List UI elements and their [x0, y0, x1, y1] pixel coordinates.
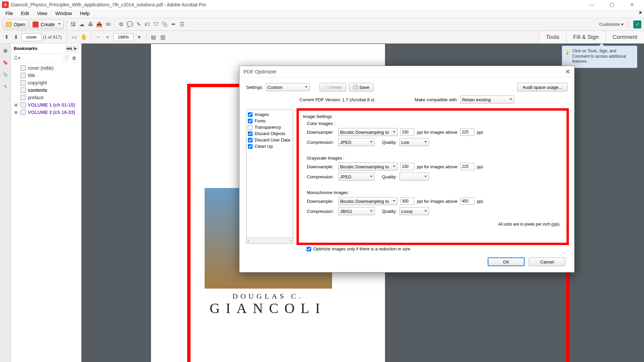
tab-tools[interactable]: Tools	[539, 31, 566, 43]
create-button[interactable]: Create	[30, 20, 64, 29]
settings-select[interactable]: Custom	[266, 83, 310, 91]
cancel-button[interactable]: Cancel	[529, 257, 566, 266]
gray-compression-select[interactable]: JPEG	[338, 173, 375, 181]
hand-tool-icon[interactable]: ✋	[80, 34, 88, 41]
page-up-icon[interactable]: ⬆	[3, 34, 10, 41]
bookmark-item[interactable]: contents	[12, 86, 80, 94]
collapse-icon[interactable]: ◀◀	[66, 46, 72, 52]
category-checkbox[interactable]	[248, 138, 253, 142]
category-checkbox[interactable]	[248, 131, 253, 136]
select-tool-icon[interactable]: ▭	[71, 34, 78, 41]
export-icon[interactable]: 📤	[96, 21, 103, 28]
close-doc-icon[interactable]: ×	[639, 10, 642, 16]
close-window-button[interactable]: ✕	[622, 0, 642, 9]
bookmark-item[interactable]: preface	[12, 94, 80, 101]
mono-compression-select[interactable]: JBIG2	[338, 207, 375, 215]
gray-ppi-input[interactable]	[400, 163, 414, 170]
sign-icon[interactable]: ✒	[170, 21, 177, 28]
bookmark-item[interactable]: copyright	[12, 79, 80, 86]
cloud-icon[interactable]: ☁	[78, 21, 86, 28]
audit-button[interactable]: Audit space usage...	[517, 83, 568, 92]
expand-icon[interactable]: ▶	[72, 46, 78, 52]
category-checkbox[interactable]	[248, 112, 253, 117]
bookmark-item[interactable]: ⊞VOLUME 2 (ch 16-33)	[12, 109, 80, 116]
ok-button[interactable]: OK	[488, 257, 525, 266]
tab-comment[interactable]: Comment	[605, 31, 644, 43]
bookmark-item[interactable]: cover (txtbk)	[12, 64, 80, 72]
delete-bookmark-icon[interactable]: 🗑	[72, 55, 78, 61]
ppi-label: ppi.	[477, 130, 484, 135]
cover-name: GIANCOLI	[151, 300, 385, 316]
menu-view[interactable]: View	[33, 9, 51, 18]
mono-above-input[interactable]	[460, 197, 474, 205]
page-down-icon[interactable]: ⬇	[12, 34, 19, 41]
expand-icon[interactable]: ⊞	[14, 110, 18, 115]
stamp-icon[interactable]: 🏷	[144, 21, 151, 28]
bookmarks-icon[interactable]: 🔖	[2, 59, 9, 66]
mail-icon[interactable]: ✉	[104, 21, 112, 28]
color-downsample-select[interactable]: Bicubic Downsampling to	[338, 128, 397, 136]
optimize-only-checkbox[interactable]	[307, 247, 311, 251]
category-item[interactable]: Discard User Data	[248, 137, 291, 143]
fit-page-icon[interactable]: ▤	[150, 34, 157, 41]
compat-select[interactable]: Retain existing	[461, 96, 514, 104]
gray-above-input[interactable]	[460, 163, 474, 170]
color-ppi-input[interactable]	[400, 128, 414, 136]
maximize-button[interactable]: ▢	[602, 0, 622, 9]
page-input[interactable]	[21, 33, 42, 41]
category-checkbox[interactable]	[248, 144, 253, 149]
shield-icon[interactable]: 🛡	[152, 21, 160, 28]
gray-quality-select[interactable]: Low	[399, 173, 429, 181]
attachments-icon[interactable]: 📎	[2, 71, 9, 78]
mono-quality-select[interactable]: Lossy	[399, 207, 429, 215]
menu-window[interactable]: Window	[51, 9, 76, 18]
bookmark-item[interactable]: ⊞VOLUME 1 (ch 01-15)	[12, 101, 80, 109]
new-bookmark-icon[interactable]: 📄	[63, 55, 70, 61]
save-button[interactable]: Save	[349, 83, 374, 92]
category-item[interactable]: Transparency	[248, 124, 291, 130]
open-button[interactable]: Open	[3, 20, 28, 29]
category-checkbox[interactable]	[248, 119, 253, 123]
options-icon[interactable]: ☰▾	[14, 55, 20, 61]
category-checkbox[interactable]	[248, 125, 253, 130]
form-icon[interactable]: ☰	[178, 21, 186, 28]
ppi-for-label: ppi for images above	[417, 164, 458, 169]
comment-icon[interactable]: 💬	[126, 21, 133, 28]
menu-edit[interactable]: Edit	[17, 9, 33, 18]
color-above-input[interactable]	[460, 128, 474, 136]
color-quality-select[interactable]: Low	[399, 138, 429, 146]
signatures-icon[interactable]: ✎	[2, 83, 9, 90]
list-scrollbar[interactable]: ‹›	[247, 237, 293, 243]
attach-icon[interactable]: 📎	[161, 21, 168, 28]
zoom-out-icon[interactable]: −	[95, 34, 102, 41]
category-item[interactable]: Images	[248, 111, 291, 118]
fit-width-icon[interactable]: ▥	[159, 34, 167, 41]
gray-downsample-select[interactable]: Bicubic Downsampling to	[338, 163, 397, 171]
gear-icon[interactable]: ⚙	[117, 21, 125, 28]
close-icon[interactable]: ✕	[565, 68, 570, 75]
minimize-button[interactable]: —	[582, 0, 602, 9]
category-item[interactable]: Fonts	[248, 118, 291, 124]
tab-fill-sign[interactable]: Fill & Sign	[566, 31, 606, 43]
menu-help[interactable]: Help	[76, 9, 94, 18]
mono-downsample-select[interactable]: Bicubic Downsampling to	[338, 197, 397, 205]
category-item[interactable]: Clean Up	[248, 143, 291, 149]
category-item[interactable]: Discard Objects	[248, 130, 291, 137]
chevron-down-icon[interactable]: ▾	[136, 34, 143, 41]
save-icon[interactable]: 🖫	[69, 21, 77, 28]
bookmarks-tree[interactable]: cover (txtbk)titlecopyrightcontentsprefa…	[11, 63, 81, 362]
document-viewport[interactable]: DOUGLAS C. GIANCOLI Click on Tools, Sign…	[82, 44, 644, 362]
thumbnails-icon[interactable]: ▦	[2, 47, 9, 54]
fullscreen-icon[interactable]: ⤢	[633, 20, 641, 28]
zoom-in-icon[interactable]: +	[104, 34, 111, 41]
bookmark-item[interactable]: title	[12, 72, 80, 79]
zoom-input[interactable]	[113, 33, 133, 41]
menu-file[interactable]: File	[1, 9, 17, 18]
print-icon[interactable]: 🖶	[87, 21, 94, 28]
customize-button[interactable]: Customize ▾	[599, 22, 624, 27]
mono-ppi-input[interactable]	[400, 197, 414, 205]
expand-icon[interactable]: ⊞	[14, 103, 18, 107]
highlight-icon[interactable]: ✎	[135, 21, 142, 28]
delete-button[interactable]: Delete	[320, 83, 346, 92]
color-compression-select[interactable]: JPEG	[338, 138, 375, 146]
